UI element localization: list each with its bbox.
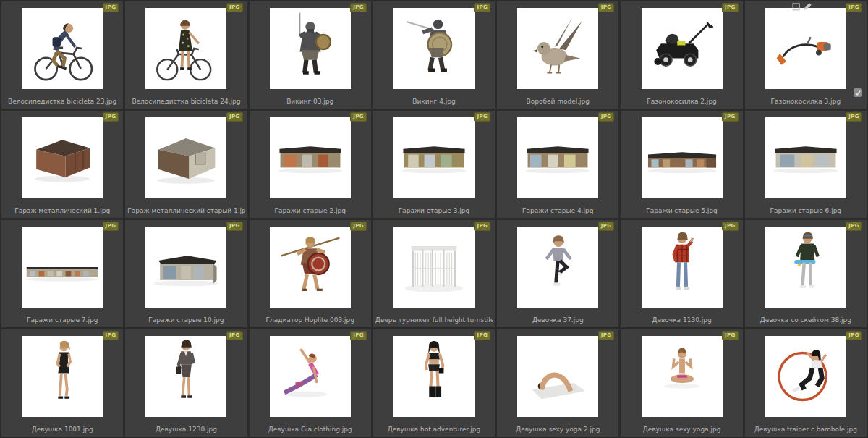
file-thumbnail-cell[interactable]: JPG Девушка sexy yoga.jpg [621,329,742,437]
file-thumbnail-cell[interactable]: JPG Девушка trainer c bambole.jpg [745,329,867,437]
file-thumbnail-cell[interactable]: JPG Девушка Gia clothing.jpg [250,329,371,437]
filename-label: Девушка hot adventurer.jpg [375,426,493,434]
file-thumbnail-cell[interactable]: JPG Девушка 1230.jpg [125,329,247,437]
file-thumbnail-cell[interactable]: JPG Велосипедистка bicicleta 24.jpg [125,1,247,109]
thumbnail-art [647,152,716,173]
file-thumbnail-cell[interactable]: JPG Девочка 1130.jpg [621,220,742,327]
filename-label: Велосипедистка bicicleta 24.jpg [127,98,244,106]
file-type-badge: JPG [474,331,490,340]
thumbnail-image[interactable] [765,117,846,198]
filename-label: Девочка со скейтом 38.jpg [747,316,864,324]
thumbnail-image[interactable] [145,227,226,308]
filename-label: Газонокосилка 3.jpg [747,98,864,106]
file-thumbnail-cell[interactable]: JPG Гладиатор Hoplite 003.jpg [250,220,371,327]
thumbnail-image[interactable] [393,336,475,417]
file-thumbnail-cell[interactable]: JPG Гараж металлический 1.jpg [1,111,123,218]
file-thumbnail-cell[interactable]: JPG Гаражи старые 6.jpg [745,111,867,218]
file-thumbnail-cell[interactable]: JPG Девочка 37.jpg [497,220,618,327]
thumbnail-art [525,146,590,173]
select-frame-icon[interactable] [792,3,800,11]
thumbnail-image[interactable] [642,227,723,308]
file-thumbnail-cell[interactable]: JPG Гаражи старые 4.jpg [497,111,618,218]
file-thumbnail-cell[interactable]: JPG Викинг 4.jpg [373,1,495,109]
thumbnail-art [35,23,92,80]
file-type-badge: JPG [598,3,615,12]
thumbnail-image[interactable] [642,336,723,417]
file-type-badge: JPG [226,112,243,122]
thumbnail-grid: JPG Велосипедистка bicicleta 23.jpg JPG … [0,0,868,438]
thumbnail-art [57,341,70,397]
thumbnail-image[interactable] [22,336,103,417]
file-type-badge: JPG [474,222,490,231]
thumbnail-image[interactable] [22,117,103,198]
thumbnail-image[interactable] [270,336,351,417]
thumbnail-image[interactable] [270,8,351,89]
file-thumbnail-cell[interactable]: JPG Велосипедистка bicicleta 23.jpg [1,1,123,109]
file-thumbnail-cell[interactable]: JPG Гараж металлический старый 1.jpg [125,111,247,218]
thumbnail-image[interactable] [517,227,598,308]
file-type-badge: JPG [350,3,367,12]
thumbnail-art [532,375,585,399]
thumbnail-image[interactable] [642,117,723,198]
thumbnail-image[interactable] [517,8,598,89]
file-thumbnail-cell[interactable]: JPG Викинг 03.jpg [250,1,371,109]
filename-label: Девушка trainer c bambole.jpg [747,426,864,434]
thumbnail-image[interactable] [145,8,226,89]
thumbnail-image[interactable] [765,336,846,417]
thumbnail-art [157,138,216,184]
file-thumbnail-cell[interactable]: JPG Гаражи старые 3.jpg [373,111,495,218]
filename-label: Гаражи старые 3.jpg [375,207,493,215]
thumbnail-art [154,256,219,286]
filename-label: Велосипедистка bicicleta 23.jpg [4,98,121,106]
thumbnail-image[interactable] [145,336,226,417]
file-thumbnail-cell[interactable]: JPG Воробей model.jpg [497,1,618,109]
thumbnail-image[interactable] [765,227,846,308]
filename-label: Девочка 37.jpg [499,316,616,324]
filename-label: Девушка sexy yoga.jpg [623,426,740,434]
thumbnail-image[interactable] [517,117,598,198]
file-type-badge: JPG [226,331,243,340]
thumbnail-image[interactable] [642,8,723,89]
thumbnail-art [664,348,699,389]
edit-pencil-icon[interactable] [803,3,812,11]
thumbnail-image[interactable] [270,117,351,198]
file-type-badge: JPG [103,331,119,340]
thumbnail-art [426,341,444,397]
thumbnail-art [158,20,211,80]
thumbnail-art [299,13,331,73]
filename-label: Гладиатор Hoplite 003.jpg [252,316,369,324]
thumbnail-art [281,237,339,290]
thumbnail-image[interactable] [22,8,103,89]
filename-label: Гараж металлический старый 1.jpg [127,207,244,215]
thumbnail-image[interactable] [517,336,598,417]
filename-label: Гаражи старые 4.jpg [499,207,616,215]
selected-checkbox[interactable] [854,88,862,97]
filename-label: Газонокосилка 2.jpg [623,98,740,106]
thumbnail-image[interactable] [22,227,103,308]
thumbnail-image[interactable] [393,227,475,308]
file-thumbnail-cell[interactable]: JPG Гаражи старые 2.jpg [250,111,371,218]
file-thumbnail-cell[interactable]: JPG Девушка hot adventurer.jpg [373,329,495,437]
thumbnail-image[interactable] [393,117,475,198]
thumbnail-image[interactable] [270,227,351,308]
thumbnail-art [794,232,817,287]
file-thumbnail-cell[interactable]: JPG Гаражи старые 10.jpg [125,220,247,327]
thumbnail-image[interactable] [393,8,475,89]
file-type-badge: JPG [474,3,490,12]
file-thumbnail-cell[interactable]: JPG Гаражи старые 7.jpg [1,220,123,327]
file-thumbnail-cell[interactable]: JPG Девочка со скейтом 38.jpg [745,220,867,327]
file-thumbnail-cell[interactable]: JPG Газонокосилка 3.jpg [745,1,867,109]
file-thumbnail-cell[interactable]: JPG Девушка sexy yoga 2.jpg [497,329,618,437]
file-thumbnail-cell[interactable]: JPG Газонокосилка 2.jpg [621,1,742,109]
file-type-badge: JPG [226,3,243,12]
thumbnail-art [547,235,571,284]
thumbnail-image[interactable] [765,8,846,89]
thumbnail-art [779,350,826,400]
thumbnail-art [35,140,90,182]
file-thumbnail-cell[interactable]: JPG Девушка 1001.jpg [1,329,123,437]
file-thumbnail-cell[interactable]: JPG Дверь турникет full height turnstile… [373,220,495,327]
file-type-badge: JPG [598,331,615,340]
filename-label: Воробей model.jpg [499,98,616,106]
thumbnail-image[interactable] [145,117,226,198]
file-thumbnail-cell[interactable]: JPG Гаражи старые 5.jpg [621,111,742,218]
